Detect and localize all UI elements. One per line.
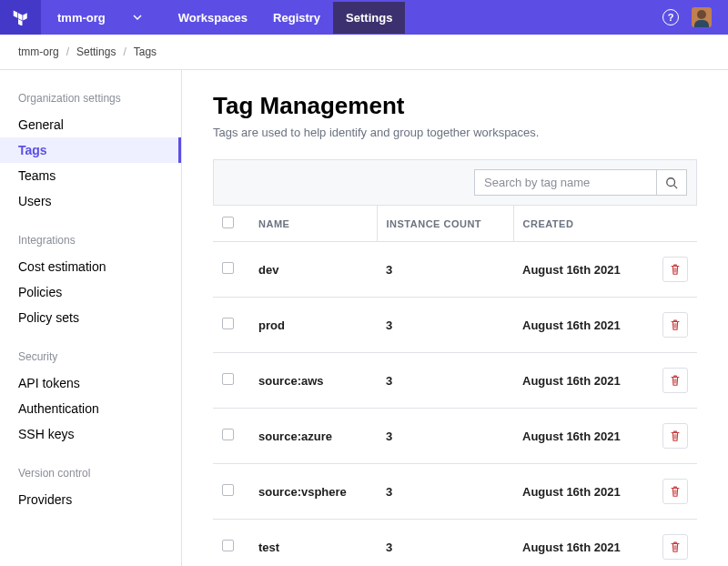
page-title: Tag Management	[213, 92, 697, 120]
sidebar-item-policies[interactable]: Policies	[0, 279, 181, 305]
col-header-count: INSTANCE COUNT	[377, 206, 513, 242]
table-row: source:vsphere3August 16th 2021	[213, 464, 697, 520]
cell-count: 3	[377, 298, 513, 353]
delete-button[interactable]	[662, 534, 688, 560]
chevron-down-icon	[133, 13, 142, 22]
delete-button[interactable]	[662, 257, 688, 282]
sidebar-item-policy-sets[interactable]: Policy sets	[0, 305, 181, 330]
cell-created: August 16th 2021	[513, 242, 652, 298]
svg-marker-1	[18, 13, 23, 20]
sidebar-item-cost-estimation[interactable]: Cost estimation	[0, 254, 181, 279]
cell-name: source:vsphere	[249, 464, 377, 520]
sidebar-section-heading: Version control	[0, 467, 181, 480]
table-row: prod3August 16th 2021	[213, 298, 697, 353]
nav-link-settings[interactable]: Settings	[333, 2, 405, 34]
delete-button[interactable]	[662, 423, 688, 449]
cell-count: 3	[377, 409, 513, 464]
cell-name: prod	[249, 298, 377, 353]
cell-count: 3	[377, 520, 513, 567]
sidebar-section-heading: Organization settings	[0, 92, 181, 105]
trash-icon	[669, 263, 682, 276]
terraform-logo-icon	[13, 9, 29, 25]
trash-icon	[669, 485, 682, 498]
table-row: dev3August 16th 2021	[213, 242, 697, 298]
cell-count: 3	[377, 464, 513, 520]
row-checkbox[interactable]	[222, 262, 234, 274]
delete-button[interactable]	[662, 479, 688, 504]
svg-marker-0	[13, 11, 17, 18]
col-header-name: NAME	[249, 206, 377, 242]
cell-count: 3	[377, 242, 513, 298]
trash-icon	[669, 541, 682, 553]
terraform-logo[interactable]	[0, 0, 41, 35]
sidebar-item-providers[interactable]: Providers	[0, 487, 181, 512]
sidebar: Organization settingsGeneralTagsTeamsUse…	[0, 70, 182, 566]
nav-links: WorkspacesRegistrySettings	[166, 2, 406, 34]
sidebar-item-tags[interactable]: Tags	[0, 137, 181, 163]
org-name: tmm-org	[57, 11, 106, 25]
avatar[interactable]	[692, 7, 712, 27]
nav-link-workspaces[interactable]: Workspaces	[166, 2, 260, 34]
breadcrumb-item[interactable]: Settings	[76, 45, 116, 58]
delete-button[interactable]	[662, 368, 688, 393]
cell-name: dev	[249, 242, 377, 298]
cell-created: August 16th 2021	[513, 298, 652, 353]
nav-link-registry[interactable]: Registry	[260, 2, 333, 34]
main-content: Tag Management Tags are used to help ide…	[182, 70, 728, 566]
sidebar-section-heading: Security	[0, 350, 181, 363]
trash-icon	[669, 318, 682, 331]
table-row: test3August 16th 2021	[213, 520, 697, 567]
cell-name: test	[249, 520, 377, 567]
page-subtitle: Tags are used to help identify and group…	[213, 126, 697, 139]
cell-created: August 16th 2021	[513, 464, 652, 520]
sidebar-item-teams[interactable]: Teams	[0, 163, 181, 188]
sidebar-item-users[interactable]: Users	[0, 188, 181, 214]
svg-point-4	[667, 177, 675, 186]
search-icon	[665, 177, 678, 189]
sidebar-item-general[interactable]: General	[0, 112, 181, 137]
row-checkbox[interactable]	[222, 429, 234, 440]
cell-created: August 16th 2021	[513, 409, 652, 464]
col-header-created: CREATED	[513, 206, 652, 242]
cell-count: 3	[377, 353, 513, 409]
sidebar-item-ssh-keys[interactable]: SSH keys	[0, 421, 181, 447]
svg-marker-2	[23, 13, 27, 20]
cell-name: source:azure	[249, 409, 377, 464]
breadcrumb-item[interactable]: Tags	[134, 45, 157, 58]
table-row: source:azure3August 16th 2021	[213, 409, 697, 464]
trash-icon	[669, 430, 682, 442]
sidebar-item-api-tokens[interactable]: API tokens	[0, 370, 181, 396]
breadcrumb: tmm-org/Settings/Tags	[0, 35, 728, 70]
search-wrap	[474, 169, 687, 196]
row-checkbox[interactable]	[222, 373, 234, 385]
topnav: tmm-org WorkspacesRegistrySettings ?	[0, 0, 728, 35]
select-all-checkbox[interactable]	[222, 217, 234, 228]
cell-created: August 16th 2021	[513, 353, 652, 409]
search-button[interactable]	[656, 169, 687, 196]
delete-button[interactable]	[662, 312, 688, 338]
filter-bar	[213, 159, 697, 206]
org-selector[interactable]: tmm-org	[52, 11, 147, 25]
cell-created: August 16th 2021	[513, 520, 652, 567]
sidebar-section-heading: Integrations	[0, 234, 181, 247]
row-checkbox[interactable]	[222, 318, 234, 329]
svg-line-5	[674, 185, 678, 188]
table-row: source:aws3August 16th 2021	[213, 353, 697, 409]
row-checkbox[interactable]	[222, 484, 234, 496]
nav-right: ?	[662, 7, 712, 27]
breadcrumb-item[interactable]: tmm-org	[18, 45, 59, 58]
help-icon[interactable]: ?	[662, 9, 679, 25]
trash-icon	[669, 374, 682, 387]
cell-name: source:aws	[249, 353, 377, 409]
row-checkbox[interactable]	[222, 540, 234, 551]
search-input[interactable]	[474, 169, 656, 196]
sidebar-item-authentication[interactable]: Authentication	[0, 396, 181, 421]
tags-table: NAME INSTANCE COUNT CREATED dev3August 1…	[213, 206, 697, 566]
